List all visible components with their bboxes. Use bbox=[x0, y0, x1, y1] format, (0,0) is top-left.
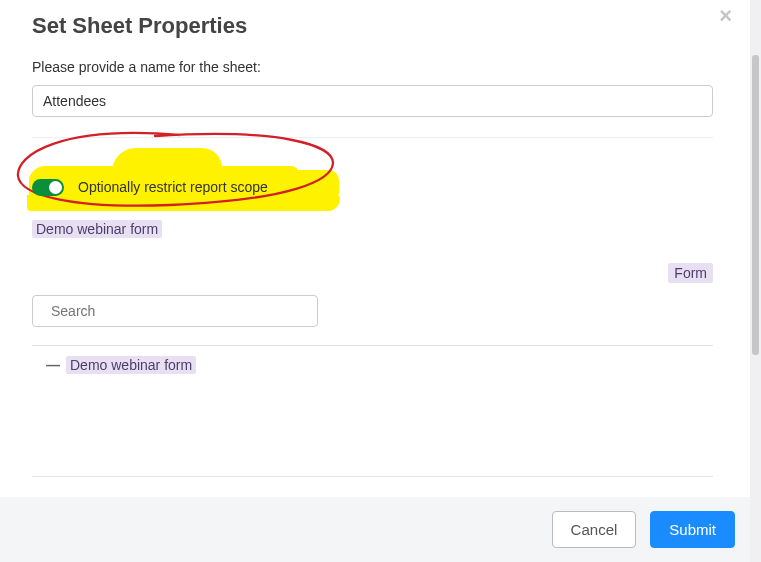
restrict-scope-toggle[interactable] bbox=[32, 179, 64, 196]
cancel-button[interactable]: Cancel bbox=[552, 511, 637, 548]
close-icon[interactable]: × bbox=[719, 5, 732, 27]
dialog-footer: Cancel Submit bbox=[0, 497, 750, 562]
dialog-title: Set Sheet Properties bbox=[32, 13, 720, 39]
restrict-scope-label: Optionally restrict report scope bbox=[78, 179, 268, 195]
scope-type-tag[interactable]: Form bbox=[668, 263, 713, 283]
scope-search-input[interactable] bbox=[32, 295, 318, 327]
tree-item[interactable]: — Demo webinar form bbox=[46, 356, 699, 374]
selected-scope-chip[interactable]: Demo webinar form bbox=[32, 220, 162, 238]
dialog: × Set Sheet Properties Please provide a … bbox=[0, 0, 750, 562]
tree-item-label: Demo webinar form bbox=[66, 356, 196, 374]
submit-button[interactable]: Submit bbox=[650, 511, 735, 548]
scrollbar-thumb[interactable] bbox=[752, 55, 759, 355]
toggle-knob bbox=[49, 181, 62, 194]
tree-collapse-icon[interactable]: — bbox=[46, 357, 56, 373]
sheet-name-input[interactable] bbox=[32, 85, 713, 117]
scope-tree: — Demo webinar form bbox=[32, 345, 713, 477]
divider bbox=[32, 137, 713, 138]
name-prompt: Please provide a name for the sheet: bbox=[32, 59, 720, 75]
